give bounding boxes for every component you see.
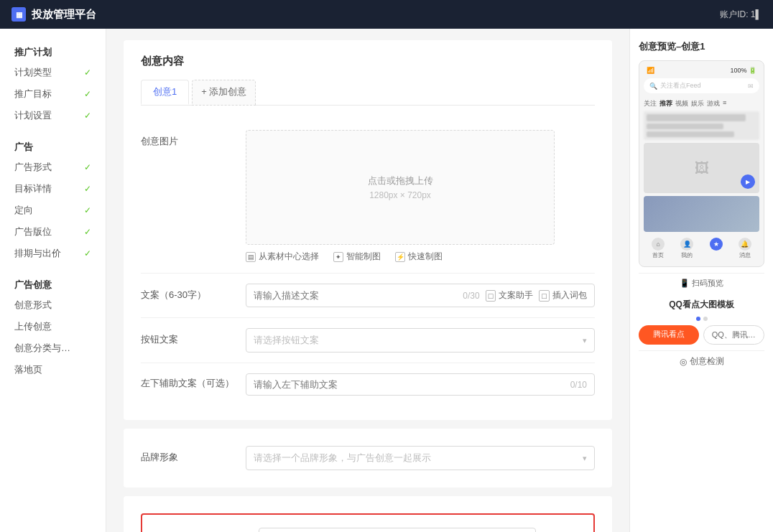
user-icon: 👤	[680, 238, 693, 251]
form-row-image: 创意图片 点击或拖拽上传 1280px × 720px ▤ 从素材中心选择 ✦	[141, 120, 595, 274]
chevron-down-icon: ▾	[583, 336, 587, 345]
insert-word-icon: □	[539, 290, 550, 302]
sidebar-item-targeting[interactable]: 定向 ✓	[0, 200, 106, 221]
status-bar: 📶 100% 🔋	[644, 65, 759, 75]
logo: ▦ 投放管理平台	[11, 7, 96, 22]
check-icon: ✓	[84, 205, 91, 215]
star-icon-item: ★	[710, 238, 723, 259]
sidebar-item-target-detail[interactable]: 目标详情 ✓	[0, 178, 106, 200]
text-copy-input[interactable]	[254, 290, 457, 301]
option-material-center[interactable]: ▤ 从素材中心选择	[246, 251, 319, 263]
addon-select[interactable]: 请选择附加创意组件 ▾	[259, 528, 536, 532]
sidebar-item-creative-category[interactable]: 创意分类与…	[0, 337, 106, 359]
creative-check[interactable]: ◎ 创意检测	[639, 350, 764, 372]
option-ai-image[interactable]: ✦ 智能制图	[333, 251, 381, 263]
creative-content-card: 创意内容 创意1 + 添加创意 创意图片 点击或拖拽上传 1280px × 72…	[124, 40, 612, 420]
button-copy-select[interactable]: 请选择按钮文案 ▾	[246, 328, 595, 353]
form-row-text: 文案（6-30字） 0/30 □ 文案助手 □ 插入词包	[141, 274, 595, 318]
scan-icon: 📱	[680, 279, 690, 287]
check-icon: ✓	[84, 67, 91, 78]
form-row-brand: 品牌形象 请选择一个品牌形象，与广告创意一起展示 ▾	[141, 443, 595, 473]
inbox-icon: ✉	[748, 83, 754, 90]
home-icon-item: ⌂ 首页	[652, 238, 665, 259]
label-assist-copy: 左下辅助文案（可选）	[141, 373, 234, 391]
bell-icon-item: 🔔 消息	[739, 238, 751, 259]
button-copy-content: 请选择按钮文案 ▾	[246, 328, 595, 353]
logo-icon: ▦	[11, 7, 26, 22]
check-circle-icon: ◎	[680, 357, 687, 367]
search-bar: 🔍 关注看点Feed ✉	[644, 78, 759, 93]
image-form-content: 点击或拖拽上传 1280px × 720px ▤ 从素材中心选择 ✦ 智能制图	[246, 130, 595, 263]
card-title: 创意内容	[141, 55, 595, 68]
material-center-icon: ▤	[246, 252, 256, 262]
user-icon-item: 👤 我的	[680, 238, 693, 259]
text-form-content: 0/30 □ 文案助手 □ 插入词包	[246, 284, 595, 307]
quick-image-icon: ⚡	[395, 252, 405, 262]
check-icon: ✓	[84, 227, 91, 237]
template-buttons: 腾讯看点 QQ、腾讯…	[639, 325, 764, 345]
content-tabs-row: 关注 推荐 视频 娱乐 游戏 ≡	[644, 98, 759, 111]
tab-creative1[interactable]: 创意1	[141, 80, 189, 105]
assist-copy-input[interactable]	[254, 379, 565, 390]
ad-image-preview	[644, 196, 759, 232]
template-dots	[639, 317, 764, 321]
battery-icon: 100% 🔋	[730, 67, 756, 74]
dot-2	[703, 317, 708, 321]
chevron-down-icon: ▾	[583, 454, 587, 463]
bell-icon: 🔔	[739, 238, 751, 251]
sidebar-section-plan: 推广计划	[0, 40, 106, 62]
upload-hint: 1280px × 720px	[369, 190, 431, 200]
search-placeholder: 关注看点Feed	[660, 81, 701, 90]
star-icon: ★	[710, 238, 723, 251]
qq-tencent-btn[interactable]: QQ、腾讯…	[703, 325, 765, 345]
ai-image-icon: ✦	[333, 252, 343, 262]
sidebar-section-ad: 广告	[0, 135, 106, 157]
sidebar-item-ad-format[interactable]: 广告形式 ✓	[0, 157, 106, 178]
preview-title: 创意预览–创意1	[639, 40, 764, 53]
sidebar-item-upload-creative[interactable]: 上传创意	[0, 316, 106, 337]
brand-form-content: 请选择一个品牌形象，与广告创意一起展示 ▾	[246, 446, 595, 470]
text-char-count: 0/30	[463, 291, 479, 301]
check-icon: ✓	[84, 184, 91, 194]
check-icon: ✓	[84, 111, 91, 121]
option-quick-image[interactable]: ⚡ 快速制图	[395, 251, 443, 263]
image-upload-area[interactable]: 点击或拖拽上传 1280px × 720px	[246, 130, 555, 245]
sidebar-item-promo-goal[interactable]: 推广目标 ✓	[0, 83, 106, 105]
sidebar-item-creative-format[interactable]: 创意形式	[0, 294, 106, 316]
topbar-right: 账户ID: 1▌	[720, 9, 762, 21]
label-brand: 品牌形象	[141, 446, 234, 465]
sidebar-item-plan-settings[interactable]: 计划设置 ✓	[0, 105, 106, 126]
label-button-copy: 按钮文案	[141, 328, 234, 347]
content-area	[644, 111, 759, 140]
sidebar-section-creative: 广告创意	[0, 273, 106, 294]
brand-select[interactable]: 请选择一个品牌形象，与广告创意一起展示 ▾	[246, 446, 595, 470]
sidebar-item-schedule-bid[interactable]: 排期与出价 ✓	[0, 243, 106, 264]
tab-add-creative[interactable]: + 添加创意	[192, 80, 256, 106]
brand-card: 品牌形象 请选择一个品牌形象，与广告创意一起展示 ▾	[124, 429, 612, 487]
main-content: 创意内容 创意1 + 添加创意 创意图片 点击或拖拽上传 1280px × 72…	[106, 29, 629, 532]
sidebar-item-landing-page[interactable]: 落地页	[0, 359, 106, 381]
sidebar-item-placement[interactable]: 广告版位 ✓	[0, 221, 106, 243]
check-icon: ✓	[84, 248, 91, 258]
addon-form-content: 请选择附加创意组件 ▾ 了解更多	[259, 528, 582, 532]
form-row-addon: 附加创意组件 请选择附加创意组件 ▾ 了解更多	[154, 525, 582, 532]
label-text: 文案（6-30字）	[141, 284, 234, 302]
form-row-button-copy: 按钮文案 请选择按钮文案 ▾	[141, 318, 595, 363]
signal-icon: 📶	[647, 67, 654, 74]
template-title: QQ看点大图模板	[639, 299, 764, 311]
sidebar-item-plan-type[interactable]: 计划类型 ✓	[0, 62, 106, 83]
tencent-news-btn[interactable]: 腾讯看点	[639, 325, 699, 345]
copy-assistant-btn[interactable]: □ 文案助手	[486, 289, 534, 302]
topbar: ▦ 投放管理平台 账户ID: 1▌	[0, 0, 773, 29]
insert-word-btn[interactable]: □ 插入词包	[539, 289, 587, 302]
dot-1	[696, 317, 700, 321]
home-icon: ⌂	[652, 238, 665, 251]
play-button: ▶	[741, 174, 755, 189]
upload-options: ▤ 从素材中心选择 ✦ 智能制图 ⚡ 快速制图	[246, 251, 595, 263]
label-image: 创意图片	[141, 130, 234, 149]
check-icon: ✓	[84, 89, 91, 99]
assist-copy-content: 0/10	[246, 373, 595, 396]
upload-text: 点击或拖拽上传	[368, 174, 433, 187]
phone-preview: 📶 100% 🔋 🔍 关注看点Feed ✉ 关注 推荐 视频 娱乐 游戏 ≡	[639, 60, 764, 267]
addon-highlight: 附加创意组件 请选择附加创意组件 ▾ 了解更多	[141, 513, 595, 532]
